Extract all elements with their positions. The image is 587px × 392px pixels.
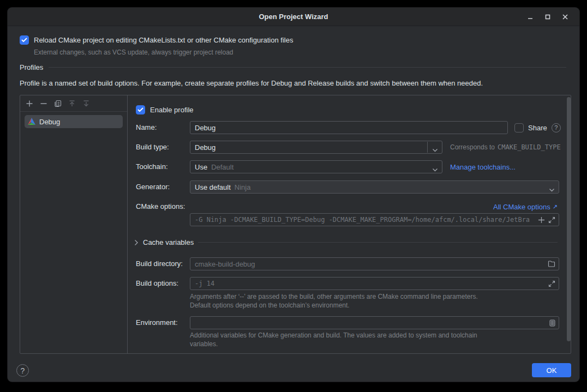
chevron-down-icon [432, 146, 438, 154]
profile-list-item-debug[interactable]: Debug [25, 115, 123, 128]
folder-icon[interactable] [548, 261, 555, 267]
environment-hint: Additional variables for CMake generatio… [190, 331, 504, 348]
generator-value: Ninja [235, 183, 251, 191]
cmake-icon [27, 117, 36, 126]
env-variables-icon[interactable] [549, 319, 555, 327]
build-type-hint-code: CMAKE_BUILD_TYPE [498, 143, 561, 151]
cache-variables-label: Cache variables [143, 238, 194, 246]
chevron-right-icon [134, 239, 139, 246]
build-type-label: Build type: [136, 141, 169, 154]
expand-field-icon[interactable] [548, 280, 555, 287]
environment-input[interactable] [190, 316, 559, 329]
chevron-down-icon [549, 185, 555, 194]
build-options-input[interactable]: -j 14 [190, 277, 559, 290]
name-label: Name: [136, 121, 157, 134]
header-divider [49, 67, 566, 68]
toolchain-label: Toolchain: [136, 160, 168, 173]
window-controls [522, 8, 574, 26]
move-up-icon[interactable] [68, 99, 76, 108]
cmake-options-label: CMake options: [136, 200, 185, 213]
minimize-icon[interactable] [522, 8, 539, 26]
window-title: Open Project Wizard [259, 13, 328, 21]
profiles-description: Profile is a named set of build options.… [20, 79, 483, 87]
profiles-header: Profiles [20, 63, 43, 71]
copy-profile-icon[interactable] [53, 99, 62, 108]
cmake-options-value: -G Ninja -DCMAKE_BUILD_TYPE=Debug -DCMAK… [195, 216, 530, 224]
reload-cmake-checkbox[interactable] [20, 35, 29, 45]
cmake-options-input[interactable]: -G Ninja -DCMAKE_BUILD_TYPE=Debug -DCMAK… [190, 213, 559, 226]
all-cmake-options-link[interactable]: All CMake options ↗ [493, 200, 558, 213]
build-options-value: -j 14 [195, 280, 214, 287]
build-options-label: Build options: [136, 277, 178, 290]
open-project-wizard-dialog: Open Project Wizard Reload CMake project… [8, 8, 579, 382]
add-option-icon[interactable] [538, 216, 545, 224]
add-profile-icon[interactable] [25, 99, 34, 108]
profiles-panel: Debug Enable profile Name: Share [20, 95, 571, 354]
profiles-header-row: Profiles [20, 63, 566, 71]
share-checkbox[interactable] [514, 123, 524, 132]
manage-toolchains-link[interactable]: Manage toolchains... [450, 163, 516, 171]
maximize-icon[interactable] [539, 8, 556, 26]
dialog-body: Reload CMake project on editing CMakeLis… [8, 26, 579, 382]
build-directory-label: Build directory: [136, 257, 183, 270]
build-type-value: Debug [195, 143, 215, 152]
share-label: Share [528, 124, 547, 132]
share-help-icon[interactable]: ? [552, 123, 561, 132]
close-icon[interactable] [556, 8, 574, 26]
enable-profile-label: Enable profile [150, 106, 194, 114]
expand-field-icon[interactable] [548, 216, 555, 224]
build-directory-value: cmake-build-debug [195, 260, 255, 268]
environment-label: Environment: [136, 316, 178, 329]
cache-variables-row[interactable]: Cache variables [134, 238, 558, 246]
build-type-hint: Corresponds to CMAKE_BUILD_TYPE [450, 141, 561, 154]
build-options-hint-2: Default options depend on the toolchain’… [190, 301, 350, 309]
build-type-select[interactable]: Debug [190, 141, 442, 154]
dialog-help-icon[interactable]: ? [16, 364, 29, 377]
name-input[interactable] [190, 121, 508, 134]
build-options-hint-1: Arguments after ‘--’ are passed to the b… [190, 293, 478, 300]
enable-profile-checkbox[interactable] [136, 105, 145, 114]
profile-form-pane: Enable profile Name: Share ? Build type:… [128, 95, 571, 353]
title-bar: Open Project Wizard [8, 8, 579, 26]
cache-variables-divider [198, 242, 558, 243]
generator-value-prefix: Use default [195, 183, 231, 191]
share-row: Share ? [514, 121, 561, 134]
profiles-toolbar [20, 95, 127, 112]
form-scrollbar[interactable] [567, 97, 571, 341]
toolchain-value-prefix: Use [195, 163, 207, 171]
remove-profile-icon[interactable] [39, 99, 48, 108]
combo-separator [427, 142, 428, 153]
generator-label: Generator: [136, 180, 170, 194]
enable-profile-row: Enable profile [136, 105, 194, 114]
build-directory-input[interactable]: cmake-build-debug [190, 257, 559, 270]
move-down-icon[interactable] [82, 99, 91, 108]
generator-select[interactable]: Use default Ninja [190, 180, 559, 194]
profile-item-label: Debug [39, 118, 60, 126]
reload-cmake-row: Reload CMake project on editing CMakeLis… [20, 35, 293, 45]
profiles-list-pane: Debug [20, 95, 128, 353]
reload-cmake-label: Reload CMake project on editing CMakeLis… [34, 36, 293, 44]
ok-button[interactable]: OK [532, 363, 571, 377]
chevron-down-icon [432, 165, 438, 173]
reload-cmake-hint: External changes, such as VCS update, al… [34, 49, 233, 56]
build-type-hint-text: Corresponds to [450, 143, 495, 151]
toolchain-select[interactable]: Use Default [190, 160, 442, 173]
toolchain-value: Default [211, 163, 233, 171]
external-link-icon: ↗ [553, 203, 558, 210]
all-cmake-options-text: All CMake options [493, 203, 550, 211]
